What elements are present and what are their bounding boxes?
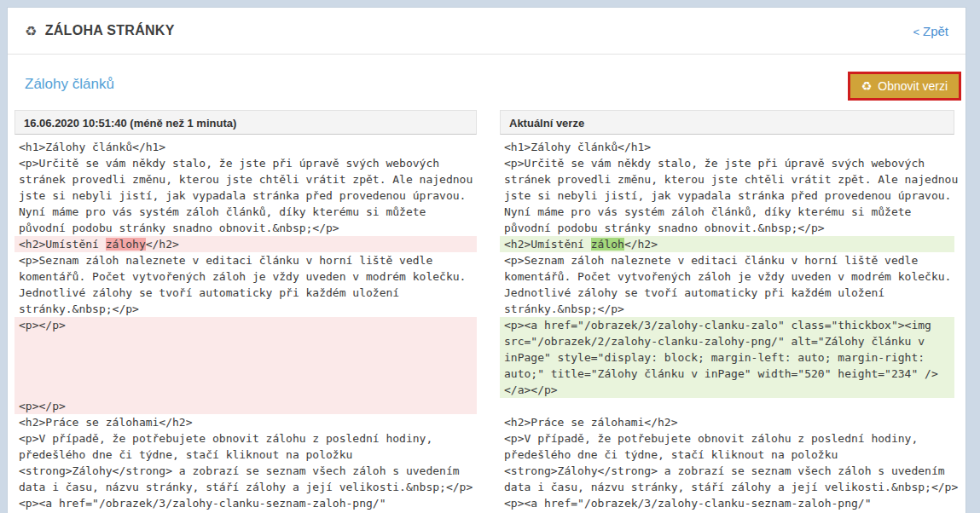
back-link[interactable]: <Zpět — [913, 24, 948, 38]
restore-version-button[interactable]: ♻ Obnovit verzi — [850, 74, 959, 98]
diff-line: komentářů. Počet vytvořených záloh je vž… — [14, 268, 477, 285]
diff-line: stránek provedli změnu, kterou jste chtě… — [14, 171, 477, 187]
current-version-column: Aktuální verze <h1>Zálohy článků</h1><p>… — [500, 110, 954, 511]
backup-version-header: 16.06.2020 10:51:40 (méně než 1 minuta) — [14, 110, 477, 135]
diff-word-highlight: záloh — [591, 238, 624, 251]
diff-line: Jednotlivé zálohy se tvoří automaticky p… — [14, 285, 477, 301]
diff-line: <p><a href="/obrazek/3/zalohy-clanku-sez… — [500, 495, 954, 511]
diff-line: <h2>Práce se zálohami</h2> — [14, 414, 477, 430]
recycle-icon: ♻ — [25, 23, 38, 39]
diff-line: Nyní máme pro vás systém záloh článků, d… — [500, 204, 954, 220]
diff-line — [500, 398, 954, 414]
diff-line: <h2>Umístění záloh</h2> — [500, 236, 954, 252]
diff-line: <p>Seznam záloh naleznete v editaci člán… — [500, 252, 954, 268]
current-version-header: Aktuální verze — [500, 110, 954, 135]
backup-version-code: <h1>Zálohy článků</h1><p>Určitě se vám n… — [14, 135, 477, 511]
section-title: Zálohy článků — [25, 76, 114, 93]
diff-line: inPage" style="display: block; margin-le… — [500, 349, 954, 366]
diff-line: <p></p> — [14, 317, 477, 333]
recycle-icon: ♻ — [861, 79, 873, 93]
diff-line: <p>Určitě se vám někdy stalo, že jste př… — [500, 155, 954, 171]
diff-line: jste si nebyli jistí, jak vypadala strán… — [14, 187, 477, 204]
diff-line — [14, 366, 477, 382]
diff-line — [14, 382, 477, 398]
diff-line: auto;" title="Zálohy článku v inPage" wi… — [500, 366, 954, 382]
diff-line: stránky.&nbsp;</p> — [14, 301, 477, 317]
diff-line: předešlého dne či týdne, stačí kliknout … — [500, 447, 954, 463]
diff-line: <p><a href="/obrazek/3/zalohy-clanku-sez… — [14, 495, 477, 511]
diff-line: <p><a href="/obrazek/3/zalohy-clanku-zal… — [500, 317, 954, 333]
diff-line: <h1>Zálohy článků</h1> — [14, 139, 477, 155]
diff-line: </a></p> — [500, 382, 954, 398]
diff-line: Nyní máme pro vás systém záloh článků, d… — [14, 204, 477, 220]
diff-line: původní podobu stránky snadno obnovit.&n… — [14, 220, 477, 236]
diff-columns: 16.06.2020 10:51:40 (méně než 1 minuta) … — [14, 110, 954, 511]
restore-version-label: Obnovit verzi — [878, 79, 948, 93]
current-version-code: <h1>Zálohy článků</h1><p>Určitě se vám n… — [500, 135, 954, 511]
diff-line: jste si nebyli jistí, jak vypadala strán… — [500, 187, 954, 204]
diff-line: <strong>Zálohy</strong> a zobrazí se sez… — [14, 463, 477, 479]
titlebar: ♻ ZÁLOHA STRÁNKY <Zpět — [8, 8, 966, 54]
restore-button-highlight-border: ♻ Obnovit verzi — [848, 72, 961, 101]
page-title-label: ZÁLOHA STRÁNKY — [45, 23, 175, 38]
diff-line: původní podobu stránky snadno obnovit.&n… — [500, 220, 954, 236]
diff-line: stránek provedli změnu, kterou jste chtě… — [500, 171, 954, 187]
diff-line: <h1>Zálohy článků</h1> — [500, 139, 954, 155]
header-divider — [8, 54, 966, 55]
diff-line: <p>V případě, že potřebujete obnovit zál… — [500, 430, 954, 447]
diff-line: <p>Určitě se vám někdy stalo, že jste př… — [14, 155, 477, 171]
diff-line: data i času, názvu stránky, stáří zálohy… — [500, 479, 954, 495]
page-title: ♻ ZÁLOHA STRÁNKY — [25, 23, 175, 39]
diff-word-highlight: zálohy — [106, 238, 146, 251]
diff-line: src="/obrazek/2/zalohy-clanku-zalohy-png… — [500, 333, 954, 349]
backup-version-column: 16.06.2020 10:51:40 (méně než 1 minuta) … — [14, 110, 477, 511]
diff-line: stránky.&nbsp;</p> — [500, 301, 954, 317]
diff-line — [14, 349, 477, 366]
diff-line: <p>Seznam záloh naleznete v editaci člán… — [14, 252, 477, 268]
diff-line — [14, 333, 477, 349]
chevron-left-icon: < — [913, 26, 919, 38]
diff-line: data i času, názvu stránky, stáří zálohy… — [14, 479, 477, 495]
diff-line: komentářů. Počet vytvořených záloh je vž… — [500, 268, 954, 285]
diff-line: <p>V případě, že potřebujete obnovit zál… — [14, 430, 477, 447]
diff-line: <h2>Umístění zálohy</h2> — [14, 236, 477, 252]
diff-line: <h2>Práce se zálohami</h2> — [500, 414, 954, 430]
diff-line: <strong>Zálohy</strong> a zobrazí se sez… — [500, 463, 954, 479]
back-link-label: Zpět — [923, 24, 948, 38]
diff-line: Jednotlivé zálohy se tvoří automaticky p… — [500, 285, 954, 301]
backup-panel: ♻ ZÁLOHA STRÁNKY <Zpět Zálohy článků ♻ O… — [7, 7, 966, 513]
diff-line: <p></p> — [14, 398, 477, 414]
diff-line: předešlého dne či týdne, stačí kliknout … — [14, 447, 477, 463]
